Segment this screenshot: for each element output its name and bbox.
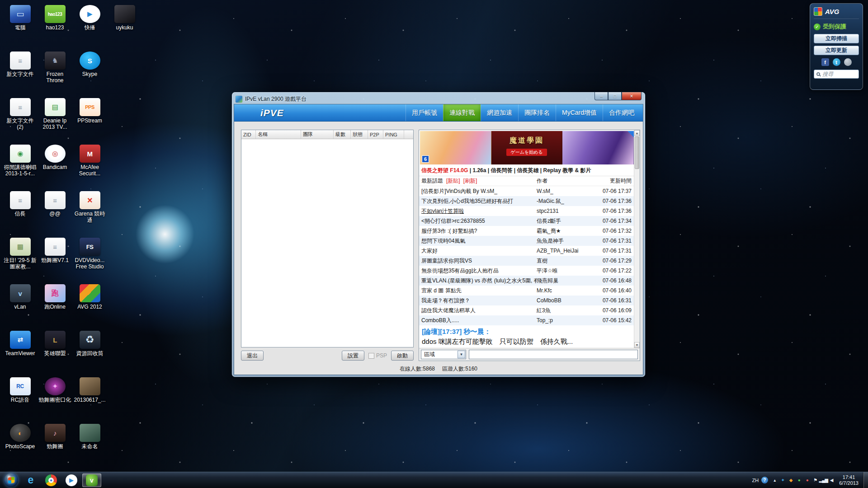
topic-title-link[interactable]: 重返VLAN.(星級團隊) vs 亦然 (lulu)之水火5圍, 有月 <box>421 277 537 284</box>
topic-title-link[interactable]: 我走場？有冇誼撩？ <box>421 297 470 304</box>
start-button[interactable]: 啟動 <box>391 351 414 361</box>
tray-icon[interactable]: ▴ <box>770 475 778 485</box>
forum-row[interactable]: <開心打信群>rc:26378855 信長z斷手 07-06 17:34 <box>419 216 634 226</box>
scroll-track[interactable] <box>634 169 640 342</box>
forum-row[interactable]: 無奈街場想35有品gg比人抱冇品 平澤☆唯 07-06 17:22 <box>419 266 634 276</box>
ad-middle-image[interactable]: 魔道學園 ゲームを始める <box>491 131 563 164</box>
window-titlebar[interactable]: IPvE vLan 2900 遊戲平台 – □ × <box>234 94 643 104</box>
tray-icon[interactable]: ◀ <box>827 475 835 485</box>
nav-tab[interactable]: MyCard增值 <box>556 104 603 121</box>
close-button[interactable]: × <box>622 92 642 100</box>
exit-button[interactable]: 退出 <box>241 351 264 361</box>
column-header[interactable]: ZID <box>241 130 256 139</box>
column-header[interactable]: P2P <box>368 130 383 139</box>
psp-option[interactable]: PSP <box>368 352 387 359</box>
show-desktop-button[interactable] <box>863 472 868 488</box>
clock[interactable]: 17:41 6/7/2013 <box>835 474 863 486</box>
forum-row[interactable]: 想問下現時04風氣 魚魚是神手 07-06 17:31 <box>419 236 634 246</box>
topic-title-link[interactable]: 屏圖童話求你同我VS <box>421 258 472 264</box>
forum-row[interactable]: 大家好 AZB_TPA_HeiJai 07-06 17:31 <box>419 246 634 256</box>
desktop-icon[interactable]: ◎ Bandicam <box>38 142 72 189</box>
desktop-icon[interactable]: uykuku <box>107 3 142 49</box>
desktop-icon[interactable]: FS DVDVideo... Free Studio <box>72 235 107 282</box>
desktop-icon[interactable]: hao123 hao123 <box>38 3 72 49</box>
maximize-button[interactable]: □ <box>608 92 622 100</box>
start-button[interactable] <box>4 473 18 487</box>
desktop-icon[interactable]: PPS PPStream <box>72 96 107 142</box>
desktop-icon[interactable]: 20130617_... <box>72 375 107 422</box>
desktop-icon[interactable]: M McAfee Securit... <box>72 142 107 189</box>
ad-cta-button[interactable]: ゲームを始める <box>506 149 547 156</box>
tray-icon[interactable]: ◆ <box>787 475 795 485</box>
desktop-icon[interactable]: ≡ 新文字文件 <box>3 49 38 96</box>
desktop-icon[interactable]: ▤ Deanie Ip 2013 TV... <box>38 96 72 142</box>
twitter-icon[interactable]: t <box>833 58 840 66</box>
desktop-icon[interactable]: ≡ 勁舞團V7.1 <box>38 235 72 282</box>
desktop-icon[interactable]: ▭ 電腦 <box>3 3 38 49</box>
ad-right-image[interactable] <box>562 131 634 164</box>
nav-tab[interactable]: 連線對戰 <box>443 104 481 121</box>
desktop-icon[interactable]: ◉ 得閒講德喇唱 2013-1-5-r... <box>3 142 38 189</box>
taskbar-app[interactable]: ● <box>42 474 61 487</box>
topic-title-link[interactable]: 不如vlan汁笠算啦 <box>421 208 464 214</box>
desktop-icon[interactable]: L 英雄聯盟 <box>38 328 72 375</box>
forum-row[interactable]: 我走場？有冇誼撩？ CoMboBB 07-06 16:31 <box>419 296 634 305</box>
topic-title-link[interactable]: 下次見到佢,小心d我地35已經好有品打 <box>421 198 513 204</box>
column-header[interactable]: 級數 <box>334 130 351 139</box>
desktop-icon[interactable]: ▶ 快播 <box>72 3 107 49</box>
region-select[interactable]: 區域 ▼ <box>421 350 466 359</box>
desktop-icon[interactable]: ♻ 資源回收筒 <box>72 328 107 375</box>
settings-button[interactable]: 設置 <box>342 351 364 361</box>
forum-row[interactable]: 不如vlan汁笠算啦 stpc2131 07-06 17:36 <box>419 206 634 216</box>
scroll-up-button[interactable]: ▲ <box>634 130 640 136</box>
forum-scrollbar[interactable]: ▲ ▼ <box>634 130 640 348</box>
ad-marker-icon[interactable] <box>627 131 634 137</box>
column-header[interactable]: PING <box>383 130 404 139</box>
desktop-icon[interactable]: ▦ 注目! '29-5 新圖家教... <box>3 235 38 282</box>
nav-tab[interactable]: 網遊加速 <box>481 104 518 121</box>
topic-title-link[interactable]: ComboBB入..... <box>421 317 459 324</box>
taskbar-app[interactable]: v <box>82 474 101 487</box>
tray-icon[interactable]: ● <box>795 475 803 485</box>
column-header[interactable]: 團隊 <box>301 130 334 139</box>
column-header[interactable]: 狀態 <box>351 130 368 139</box>
forum-row[interactable]: [信長影片]VinDs內載 By W.sM_ W.sM_ 07-06 17:37 <box>419 186 634 196</box>
tray-icon[interactable]: ● <box>803 475 811 485</box>
taskbar-app[interactable]: e <box>21 474 40 487</box>
ad-banner[interactable]: 6 魔道學園 ゲームを始める <box>420 131 634 164</box>
forum-row[interactable]: 屏圖童話求你同我VS 直樹 07-06 17:29 <box>419 256 634 266</box>
topic-title-link[interactable]: <開心打信群>rc:26378855 <box>421 218 485 224</box>
nav-tab[interactable]: 合作網吧 <box>603 104 640 121</box>
topic-title-link[interactable]: 服仔第3作 :( 好驚點搞? <box>421 228 477 234</box>
topic-title-link[interactable]: 宜家 d 圖 算點先 <box>421 287 462 294</box>
minimize-button[interactable]: – <box>594 92 608 100</box>
desktop-icon[interactable]: S Skype <box>72 49 107 96</box>
psp-checkbox[interactable] <box>368 353 374 359</box>
tray-icon[interactable]: ▂▄▆ <box>819 475 827 485</box>
taskbar-app[interactable]: ▶ <box>62 474 81 487</box>
language-indicator[interactable]: ZH <box>750 478 761 483</box>
other-links[interactable]: | 1.26a | 信長問答 | 信長英雄 | Replay 教學 & 影片 <box>468 167 591 174</box>
desktop-icon[interactable]: v vLan <box>3 282 38 328</box>
desktop-icon[interactable]: 未命名 <box>72 422 107 468</box>
tray-icon[interactable]: ⚑ <box>811 475 819 485</box>
facebook-icon[interactable]: f <box>821 58 829 66</box>
desktop-icon[interactable]: × Garena 競時通 <box>72 189 107 235</box>
topic-title-link[interactable]: 認住我大佬魔法稻草人 <box>421 307 476 314</box>
ime-help-icon[interactable]: ? <box>761 477 768 483</box>
nav-tab[interactable]: 用戶帳號 <box>406 104 443 121</box>
desktop-icon[interactable]: ≡ @@ <box>38 189 72 235</box>
desktop-icon[interactable]: ⇄ TeamViewer <box>3 328 38 375</box>
desktop-icon[interactable]: ≡ 信長 <box>3 189 38 235</box>
chat-input[interactable] <box>469 350 638 359</box>
nav-tab[interactable]: 團隊排名 <box>518 104 556 121</box>
topic-title-link[interactable]: 想問下現時04風氣 <box>421 238 465 244</box>
desktop-icon[interactable]: ♞ Frozen Throne <box>38 49 72 96</box>
desktop-icon[interactable]: ♪ 勁舞團 <box>38 422 72 468</box>
topic-title-link[interactable]: 大家好 <box>421 248 438 254</box>
forum-row[interactable]: 宜家 d 圖 算點先 Mr.Kfc 07-06 16:40 <box>419 286 634 296</box>
forum-row[interactable]: 下次見到佢,小心d我地35已經好有品打 -MaGic.鼠_ 07-06 17:3… <box>419 196 634 206</box>
scan-now-button[interactable]: 立即掃描 <box>814 34 859 43</box>
community-icon[interactable] <box>844 58 852 66</box>
column-header[interactable]: 名稱 <box>256 130 301 139</box>
